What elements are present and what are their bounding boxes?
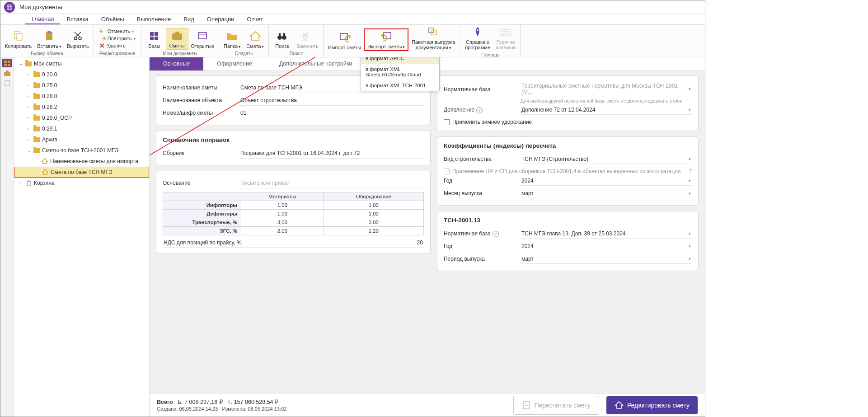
svg-rect-6	[17, 33, 22, 40]
tree-estimate-selected[interactable]: Смета по базе ТСН МГЭ	[14, 167, 149, 178]
app-title: Мои документы	[19, 4, 62, 10]
group-search-label: Поиск	[271, 50, 321, 57]
replace-button[interactable]: ABAC Заменить	[293, 29, 321, 50]
house-icon	[41, 158, 48, 165]
panel-basis: ОснованиеПисьмо или приказ МатериалыОбор…	[156, 171, 431, 253]
svg-rect-46	[27, 182, 30, 186]
export-arps[interactable]: в формат АРПС	[361, 57, 439, 64]
estimates-button[interactable]: Сметы	[166, 28, 188, 50]
vat-value[interactable]: 20	[417, 239, 423, 246]
obj-label: Наименование объекта	[163, 97, 239, 103]
svg-rect-31	[384, 33, 391, 39]
normbase-select[interactable]: Территориальные сметные нормативы для Мо…	[521, 81, 692, 97]
help-icon[interactable]: ?	[476, 107, 483, 113]
panel-coef: Коэффициенты (индексы) пересчета Вид стр…	[437, 136, 699, 206]
svg-rect-40	[8, 61, 10, 63]
menu-execution[interactable]: Выполнение	[131, 14, 178, 24]
export-xml-tsn[interactable]: в формат XML ТСН-2001	[361, 80, 439, 91]
open-button[interactable]: Открытые	[188, 29, 217, 50]
menu-operations[interactable]: Операции	[201, 14, 241, 24]
about-button[interactable]: Справка о программе	[462, 25, 493, 51]
delete-button[interactable]: Удалить	[99, 42, 136, 49]
svg-text:AC: AC	[302, 37, 309, 41]
basis-field[interactable]: Письмо или приказ	[239, 178, 424, 188]
num-field[interactable]: 01	[239, 108, 424, 118]
bases-button[interactable]: Базы	[143, 29, 166, 50]
tsn13-year-select[interactable]: 2024▾	[521, 242, 692, 251]
rocket-icon	[471, 26, 484, 38]
group-create-label: Создать	[221, 50, 267, 57]
new-estimate-button[interactable]: Смета	[244, 29, 267, 50]
svg-rect-45	[5, 80, 9, 86]
delete-icon	[99, 43, 105, 48]
svg-rect-41	[4, 64, 7, 66]
new-folder-button[interactable]: Папка	[221, 29, 244, 50]
undo-button[interactable]: Отменить▾	[99, 28, 136, 34]
rail-doc-icon[interactable]	[2, 79, 12, 87]
panel-tsn13: ТСН-2001.13 Нормативная база?ТСН МГЭ гла…	[437, 211, 699, 271]
batch-export-button[interactable]: Пакетная выгрузка документации	[408, 25, 458, 51]
tsn13-base-select[interactable]: ТСН МГЭ глава 13. Доп. 39 от 25.03.2024▾	[521, 229, 692, 239]
help-icon[interactable]: ?	[493, 231, 499, 237]
menu-view[interactable]: Вид	[177, 14, 201, 24]
binoculars-icon	[276, 30, 288, 42]
obj-field[interactable]: Объект строительства	[239, 95, 424, 106]
export-button[interactable]: Экспорт сметы	[364, 28, 408, 51]
edit-button[interactable]: Редактировать смету	[606, 396, 698, 414]
tree-folder[interactable]: ›0.29.0_ОСР	[14, 112, 149, 123]
hotkeys-button[interactable]: Горячие клавиши	[493, 25, 518, 51]
collection-value[interactable]: Поправки для ТСН-2001 от 16.04.2024 г. д…	[239, 148, 424, 159]
tree-tsn-folder[interactable]: ⌄Сметы по базе ТСН-2001 МГЭ	[14, 145, 149, 156]
rail-briefcase-icon[interactable]	[2, 69, 12, 77]
trash-icon	[25, 179, 32, 187]
folder-icon	[226, 30, 239, 42]
sidebar: ⌄Мои сметы ›0.20.0 ›0.25.0 ›0.28.0 ›0.28…	[14, 57, 150, 417]
month-label: Месяц выпуска	[444, 190, 521, 197]
paste-button[interactable]: Вставить	[34, 29, 64, 50]
tree-estimate-item[interactable]: Наименование сметы для импорта	[14, 156, 149, 167]
menu-volumes[interactable]: Объёмы	[95, 14, 131, 24]
kind-select[interactable]: ТСН МГЭ (Строительство)▾	[521, 155, 692, 164]
supplement-select[interactable]: Дополнение 72 от 12.04.2024▾	[521, 105, 692, 115]
year-select[interactable]: 2024▾	[521, 176, 692, 186]
svg-marker-30	[349, 35, 351, 38]
tree-folder[interactable]: ›Архив	[14, 134, 149, 145]
tab-main[interactable]: Основные	[150, 57, 203, 70]
cut-button[interactable]: Вырезать	[64, 29, 92, 50]
menu-insert[interactable]: Вставка	[60, 14, 94, 24]
svg-rect-43	[4, 72, 10, 76]
copy-button[interactable]: Копировать	[2, 29, 34, 50]
menu-main[interactable]: Главная	[25, 14, 60, 24]
batch-icon	[427, 26, 440, 38]
rail-grid-icon[interactable]	[2, 59, 12, 67]
nrsp-checkbox[interactable]	[444, 169, 450, 174]
menu-report[interactable]: Отчет	[241, 14, 270, 24]
redo-button[interactable]: Повторить▾	[99, 35, 136, 42]
month-select[interactable]: март▾	[521, 189, 692, 198]
tree-root[interactable]: ⌄Мои сметы	[14, 58, 149, 69]
tsn13-period-select[interactable]: март▾	[521, 254, 692, 264]
tree-folder[interactable]: ›0.28.0	[14, 91, 149, 102]
kind-label: Вид строительства	[444, 156, 521, 162]
svg-marker-32	[381, 34, 383, 37]
panel-corrections: Справочник поправок СборникПоправки для …	[156, 131, 431, 165]
svg-rect-15	[150, 32, 154, 36]
tree-folder[interactable]: ›0.25.0	[14, 80, 149, 91]
svg-rect-51	[523, 402, 530, 409]
recalc-button[interactable]: Пересчитать смету	[513, 396, 599, 415]
scissors-icon	[71, 30, 84, 42]
winter-checkbox[interactable]	[444, 119, 450, 125]
tree-trash[interactable]: ›Корзина	[14, 178, 149, 188]
tab-design[interactable]: Оформление	[203, 57, 266, 70]
find-button[interactable]: Поиск	[271, 29, 293, 50]
help-icon[interactable]: ?	[689, 168, 692, 174]
import-button[interactable]: Импорт сметы	[325, 30, 364, 51]
tree-folder[interactable]: ›0.28.2	[14, 102, 149, 112]
tab-extra[interactable]: Дополнительные настройки	[266, 57, 366, 70]
export-xml-smeta[interactable]: в формат XML Smeta.RU/Smeta.Cloud	[361, 64, 439, 80]
tree-folder[interactable]: ›0.20.0	[14, 69, 149, 80]
panel-normbase: Нормативная базаТерриториальные сметные …	[437, 75, 699, 131]
tree-folder[interactable]: ›0.29.1	[14, 123, 149, 134]
svg-point-35	[477, 29, 479, 31]
ribbon: Копировать Вставить Вырезать Буфер обмен…	[0, 25, 705, 57]
